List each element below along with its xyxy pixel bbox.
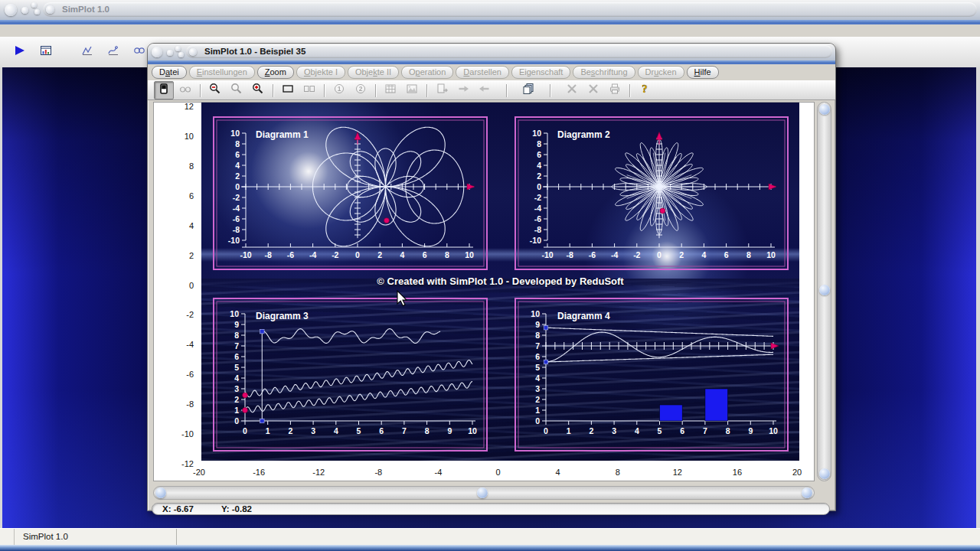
- child-window-button-tiny-bottom[interactable]: [178, 52, 184, 57]
- x-axis-label: 8: [601, 468, 635, 477]
- help-button[interactable]: ?: [635, 81, 655, 99]
- step-back-button: [475, 81, 495, 99]
- scroll-down-button[interactable]: [819, 468, 830, 479]
- toolbar-separator: [200, 84, 201, 97]
- scroll-left-button[interactable]: [155, 487, 166, 498]
- marker-dot: [243, 408, 248, 413]
- copy-pages-button[interactable]: [518, 81, 538, 99]
- svg-text:-8: -8: [233, 225, 240, 234]
- menu-item-hilfe[interactable]: Hilfe: [687, 66, 719, 79]
- main-title-icon: [46, 5, 54, 14]
- diagram-window-button[interactable]: [35, 41, 57, 63]
- plot-panel: 121086420-2-4-6-8-10-12 -20-16-12-8-4048…: [153, 102, 815, 481]
- svg-text:0: 0: [234, 416, 239, 425]
- menu-item-darstellen: Darstellen: [456, 66, 509, 79]
- svg-text:4: 4: [400, 250, 404, 259]
- xmark-icon: [587, 83, 599, 98]
- horizontal-scroll-thumb[interactable]: [477, 487, 488, 498]
- svg-text:10: 10: [468, 426, 477, 435]
- svg-text:2: 2: [535, 395, 540, 404]
- select-rect-button[interactable]: [278, 81, 298, 99]
- marker-square: [260, 419, 264, 423]
- child-window-button-tiny-top[interactable]: [175, 46, 181, 51]
- svg-text:4: 4: [334, 426, 338, 435]
- menu-item-einstellungen: Einstellungen: [189, 66, 255, 79]
- svg-text:4: 4: [535, 373, 540, 383]
- svg-text:2: 2: [377, 250, 382, 259]
- child-titlebar[interactable]: SimPlot 1.0 - Beispiel 35: [148, 44, 835, 61]
- x-axis-label: -12: [302, 468, 335, 477]
- svg-text:2: 2: [288, 426, 292, 435]
- svg-text:-2: -2: [332, 250, 338, 259]
- chartwin-icon: [40, 44, 52, 60]
- mono-icon: [158, 83, 170, 98]
- y-axis-label: -10: [154, 429, 196, 439]
- menu-item-datei[interactable]: Datei: [152, 66, 187, 79]
- svg-text:0: 0: [355, 250, 360, 259]
- x-axis-label: -4: [421, 468, 455, 477]
- delete-a-button: [562, 81, 582, 99]
- x-axis-label: -8: [361, 468, 395, 477]
- svg-text:8: 8: [234, 331, 239, 340]
- svg-text:8: 8: [445, 250, 449, 259]
- y-axis-label: -2: [154, 310, 196, 319]
- svg-text:6: 6: [423, 250, 427, 259]
- rect-icon: [282, 83, 294, 98]
- xmark-icon: [566, 83, 578, 98]
- svg-text:0: 0: [544, 426, 548, 435]
- y-axis-label: 10: [154, 132, 196, 141]
- x-axis-label: 12: [661, 468, 694, 477]
- svg-text:8: 8: [535, 331, 540, 340]
- scroll-right-button[interactable]: [802, 487, 812, 498]
- vertical-scroll-thumb[interactable]: [819, 285, 830, 295]
- svg-text:8: 8: [746, 250, 751, 259]
- svg-text:4: 4: [701, 250, 706, 259]
- diagram-4: Diagramm 4012345678910012345678910: [515, 298, 788, 451]
- zoom-out-button[interactable]: [205, 81, 225, 99]
- main-window-button-large[interactable]: [5, 4, 17, 16]
- main-window-button-small[interactable]: [21, 7, 28, 14]
- run-button[interactable]: [9, 41, 31, 63]
- main-window-button-tiny-top[interactable]: [31, 2, 37, 8]
- svg-text:Diagramm 1: Diagramm 1: [256, 129, 309, 140]
- plot-linechart-button[interactable]: [77, 41, 98, 63]
- menu-item-eigenschaft: Eigenschaft: [511, 66, 571, 79]
- child-title-pill: SimPlot 1.0 - Beispiel 35: [186, 45, 832, 58]
- menu-item-zoom[interactable]: Zoom: [257, 66, 294, 79]
- menu-item-objekte-ii: Objekte II: [348, 66, 399, 79]
- svg-text:5: 5: [234, 363, 239, 372]
- svg-text:1: 1: [266, 426, 270, 435]
- zoom-in-button[interactable]: [248, 81, 268, 99]
- linechart-icon: [81, 44, 93, 60]
- marker-square: [260, 329, 264, 334]
- main-window-button-tiny-bottom[interactable]: [34, 9, 40, 15]
- child-window-button-large[interactable]: [152, 47, 162, 57]
- svg-text:10: 10: [230, 129, 240, 138]
- c2-icon: 2: [354, 83, 367, 98]
- svg-text:-8: -8: [567, 250, 573, 259]
- child-title-icon: [189, 48, 197, 56]
- x-axis-label: 16: [720, 468, 754, 477]
- c1-icon: 1: [333, 83, 345, 98]
- taskbar-item-simplot[interactable]: SimPlot 1.0: [14, 529, 177, 545]
- plot-curve-button[interactable]: [103, 41, 124, 63]
- menu-item-objekte-i: Objekte I: [296, 66, 345, 79]
- svg-text:7: 7: [703, 426, 707, 435]
- glasses-icon: [179, 83, 191, 98]
- svg-text:2: 2: [359, 85, 363, 93]
- svg-text:-6: -6: [287, 250, 294, 259]
- svg-text:3: 3: [535, 384, 540, 393]
- scroll-up-button[interactable]: [819, 104, 830, 115]
- horizontal-scrollbar[interactable]: [153, 486, 815, 500]
- bar: [705, 389, 728, 421]
- display-toggle-button[interactable]: [154, 81, 174, 99]
- vertical-scrollbar[interactable]: [817, 102, 831, 481]
- svg-text:6: 6: [680, 426, 684, 435]
- svg-text:3: 3: [612, 426, 616, 435]
- child-window-button-small[interactable]: [167, 50, 173, 56]
- svg-text:-4: -4: [611, 250, 618, 259]
- dualrect-icon: [303, 83, 315, 98]
- svg-text:10: 10: [531, 309, 540, 318]
- marker-arrow-up: [354, 132, 361, 140]
- step-forward-button: [453, 81, 473, 99]
